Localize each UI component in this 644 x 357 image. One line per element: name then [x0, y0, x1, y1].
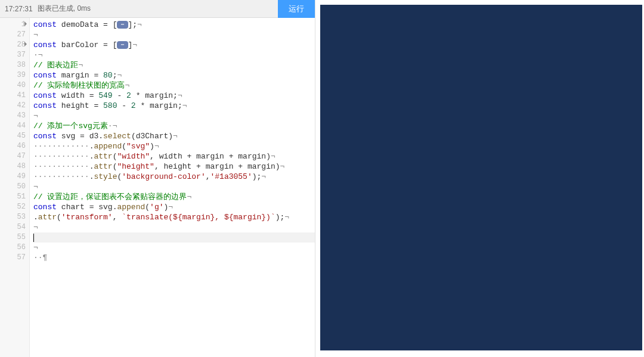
code-line[interactable]: ············.attr("width", width + margi… — [33, 151, 315, 162]
line-number: 46 — [0, 141, 26, 151]
code-line[interactable]: ············.attr("height", height + mar… — [33, 162, 315, 172]
code-line[interactable]: ¬ — [33, 30, 315, 40]
line-number: 51 — [0, 192, 26, 202]
line-number: 57 — [0, 253, 26, 263]
line-number: 40 — [0, 80, 26, 91]
line-number: 52 — [0, 202, 26, 212]
code-line[interactable]: ············.append("svg")¬ — [33, 141, 315, 151]
code-line[interactable]: .attr('transform', `translate(${margin},… — [33, 212, 315, 222]
line-number: 44 — [0, 121, 26, 131]
preview-pane — [315, 0, 644, 357]
text-cursor — [33, 234, 34, 242]
line-number: 28 — [0, 40, 26, 50]
line-number-gutter: 1272837383940414243444546474849505152535… — [0, 18, 30, 357]
code-line[interactable]: const demoData = [⋯];¬ — [33, 20, 315, 30]
line-number: 56 — [0, 243, 26, 253]
line-number: 37 — [0, 50, 26, 60]
timestamp: 17:27:31 — [5, 5, 33, 13]
run-button[interactable]: 运行 — [278, 0, 315, 18]
code-line[interactable]: ··¶ — [33, 253, 315, 263]
left-pane: 17:27:31 图表已生成, 0ms 运行 12728373839404142… — [0, 0, 315, 357]
code-line[interactable]: // 添加一个svg元素·¬ — [33, 121, 315, 131]
code-line[interactable]: const chart = svg.append('g')¬ — [33, 202, 315, 212]
fold-toggle-icon[interactable] — [24, 21, 27, 26]
code-line[interactable]: // 实际绘制柱状图的宽高¬ — [33, 80, 315, 91]
code-line[interactable]: const svg = d3.select(d3Chart)¬ — [33, 131, 315, 141]
code-line[interactable]: const width = 549 - 2 * margin;¬ — [33, 91, 315, 101]
line-number: 49 — [0, 172, 26, 182]
code-line[interactable]: const barColor = [⋯]¬ — [33, 40, 315, 50]
code-line[interactable]: const margin = 80;¬ — [33, 70, 315, 80]
status-text: 图表已生成, 0ms — [38, 4, 91, 14]
code-line[interactable]: ·¬ — [33, 50, 315, 60]
code-area[interactable]: const demoData = [⋯];¬¬const barColor = … — [30, 18, 315, 357]
line-number: 38 — [0, 60, 26, 70]
line-number: 48 — [0, 162, 26, 172]
chart-preview-svg — [320, 5, 642, 350]
fold-toggle-icon[interactable] — [24, 42, 27, 46]
code-line[interactable]: ············.style('background-color','#… — [33, 172, 315, 182]
folded-region-badge[interactable]: ⋯ — [117, 21, 128, 29]
line-number: 47 — [0, 151, 26, 162]
app-root: 17:27:31 图表已生成, 0ms 运行 12728373839404142… — [0, 0, 644, 357]
line-number: 41 — [0, 91, 26, 101]
code-line[interactable] — [33, 232, 315, 243]
code-line[interactable]: ¬ — [33, 243, 315, 253]
code-editor[interactable]: 1272837383940414243444546474849505152535… — [0, 18, 315, 357]
code-line[interactable]: const height = 580 - 2 * margin;¬ — [33, 101, 315, 111]
line-number: 1 — [0, 20, 26, 30]
line-number: 53 — [0, 212, 26, 222]
code-line[interactable]: ¬ — [33, 182, 315, 192]
code-line[interactable]: // 设置边距，保证图表不会紧贴容器的边界¬ — [33, 192, 315, 202]
status-bar: 17:27:31 图表已生成, 0ms — [5, 4, 278, 14]
line-number: 43 — [0, 111, 26, 121]
folded-region-badge[interactable]: ⋯ — [117, 41, 128, 49]
code-line[interactable]: ¬ — [33, 111, 315, 121]
line-number: 55 — [0, 232, 26, 243]
line-number: 50 — [0, 182, 26, 192]
code-line[interactable]: // 图表边距¬ — [33, 60, 315, 70]
line-number: 54 — [0, 222, 26, 232]
line-number: 45 — [0, 131, 26, 141]
code-line[interactable]: ¬ — [33, 222, 315, 232]
line-number: 27 — [0, 30, 26, 40]
toolbar: 17:27:31 图表已生成, 0ms 运行 — [0, 0, 315, 18]
line-number: 39 — [0, 70, 26, 80]
line-number: 42 — [0, 101, 26, 111]
